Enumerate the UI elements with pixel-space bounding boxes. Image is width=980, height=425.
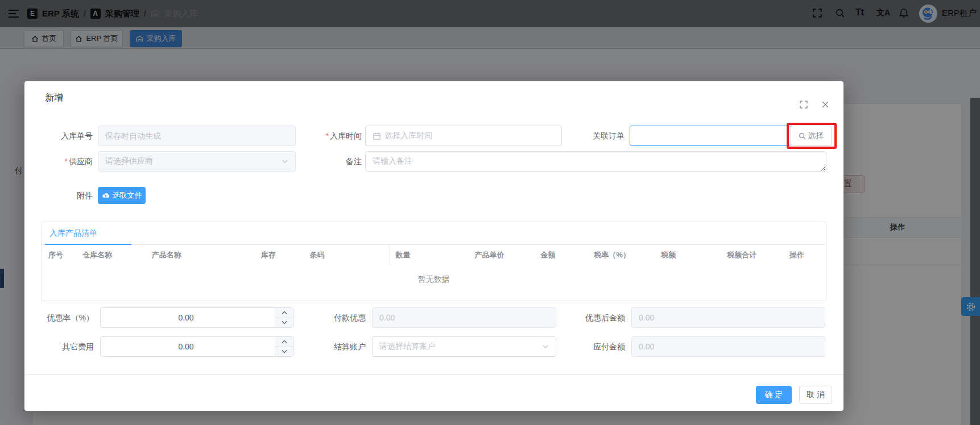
other-fee-label: 其它费用 [30,336,94,357]
col-amount: 金额 [540,245,594,265]
supplier-select[interactable]: 请选择供应商 [98,151,296,172]
payment-discount-label: 付款优惠 [309,307,366,328]
discount-rate-input[interactable] [100,307,293,328]
col-actions: 操作 [789,245,826,265]
discount-rate-stepper [275,308,293,327]
col-tax-rate: 税率（%） [594,245,661,265]
empty-data-text: 暂无数据 [42,274,826,285]
footer-divider [24,374,843,375]
col-quantity: 数量 [390,245,475,265]
supplier-label: *供应商 [36,151,93,172]
discount-rate-field[interactable] [101,313,271,322]
order-no-field[interactable] [105,131,288,140]
col-warehouse: 仓库名称 [82,245,152,265]
col-stock: 库存 [261,245,310,265]
required-marker: * [65,157,68,166]
after-discount-label: 优惠后金额 [568,307,625,328]
other-fee-input[interactable] [100,336,293,357]
col-seq: 序号 [48,245,82,265]
calendar-icon [373,132,381,140]
cancel-button[interactable]: 取 消 [799,386,832,404]
chevron-down-icon [282,158,288,165]
col-tax-total: 税额合计 [727,245,789,265]
settlement-account-select[interactable]: 请选择结算账户 [372,336,556,357]
tab-product-list[interactable]: 入库产品清单 [49,228,97,239]
required-marker: * [326,131,329,140]
attachment-label: 附件 [36,185,93,206]
amount-payable-label: 应付金额 [568,336,625,357]
product-table-header: 序号 仓库名称 产品名称 库存 条码 数量 产品单价 金额 税率（%） 税额 税… [42,245,826,265]
col-unit-price: 产品单价 [474,245,540,265]
other-fee-stepper [275,337,293,356]
other-fee-field[interactable] [101,342,271,351]
stepper-down-icon[interactable] [275,347,293,357]
add-dialog: 新增 入库单号 *入库时间 选择入库时间 关联订单 选择 *供应商 [24,81,843,411]
stepper-up-icon[interactable] [275,308,293,318]
chevron-down-icon [542,343,549,350]
settlement-account-label: 结算账户 [309,336,366,357]
amount-payable-field[interactable] [639,342,818,351]
amount-payable-input[interactable] [631,336,825,357]
screen: E ERP 系统 / A 采购管理 / 采购入库 Tt 文A ERP租户 [0,0,980,425]
related-order-field[interactable] [637,131,784,140]
order-no-label: 入库单号 [36,126,93,146]
in-time-picker[interactable]: 选择入库时间 [365,126,562,146]
col-product: 产品名称 [152,245,261,265]
after-discount-field[interactable] [639,313,818,322]
order-no-input[interactable] [98,126,296,146]
remark-label: 备注 [316,151,362,172]
dialog-maximize-icon[interactable] [799,100,808,109]
stepper-down-icon[interactable] [275,318,293,328]
related-order-input[interactable] [630,126,791,146]
col-tax: 税额 [661,245,727,265]
payment-discount-input[interactable] [372,307,556,328]
dialog-title: 新增 [45,91,63,105]
related-order-select-button[interactable]: 选择 [791,126,832,146]
dialog-close-icon[interactable] [821,100,830,109]
in-time-label: *入库时间 [292,126,362,146]
product-list-card: 入库产品清单 序号 仓库名称 产品名称 库存 条码 数量 产品单价 金额 税率（… [41,222,826,301]
payment-discount-field[interactable] [379,313,549,322]
after-discount-input[interactable] [631,307,825,328]
stepper-up-icon[interactable] [275,337,293,347]
related-order-label: 关联订单 [579,126,625,146]
col-barcode: 条码 [310,245,390,265]
remark-textarea[interactable] [365,151,826,172]
discount-rate-label: 优惠率（%） [30,307,94,328]
confirm-button[interactable]: 确 定 [756,386,792,404]
choose-file-button[interactable]: 选取文件 [98,187,146,204]
